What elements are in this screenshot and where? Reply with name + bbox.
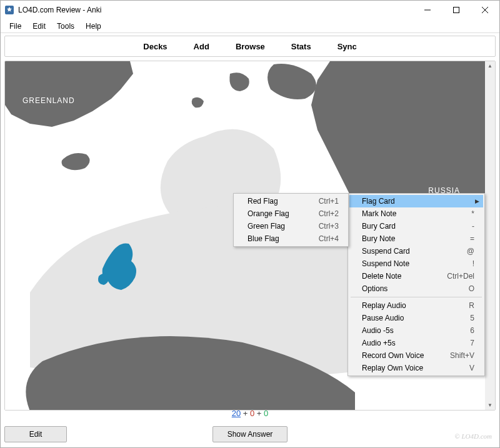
submenu-shortcut: Ctrl+1 bbox=[319, 197, 339, 206]
show-answer-button[interactable]: Show Answer bbox=[212, 426, 288, 442]
window-controls bbox=[413, 1, 499, 19]
stats-plus-1: + bbox=[243, 409, 248, 418]
context-menu-shortcut: * bbox=[471, 209, 474, 218]
context-menu-shortcut: 6 bbox=[470, 326, 474, 335]
app-icon bbox=[4, 5, 14, 15]
submenu-item-red-flag[interactable]: Red FlagCtrl+1 bbox=[235, 195, 348, 207]
stats-review: 0 bbox=[264, 409, 268, 418]
context-menu-label: Audio +5s bbox=[362, 339, 396, 347]
window-title: LO4D.com Review - Anki bbox=[18, 6, 101, 14]
minimize-button[interactable] bbox=[413, 1, 442, 19]
menu-help[interactable]: Help bbox=[81, 21, 106, 32]
submenu-shortcut: Ctrl+2 bbox=[319, 209, 339, 218]
context-menu-item-audio-5s[interactable]: Audio -5s6 bbox=[349, 324, 483, 337]
context-menu-label: Suspend Card bbox=[362, 247, 410, 256]
context-menu-shortcut: Shift+V bbox=[450, 351, 474, 360]
context-menu-item-options[interactable]: OptionsO bbox=[349, 282, 483, 295]
toolbar-add[interactable]: Add bbox=[189, 38, 214, 55]
toolbar: Decks Add Browse Stats Sync bbox=[4, 36, 496, 57]
menu-tools[interactable]: Tools bbox=[52, 21, 79, 32]
context-menu-item-replay-own-voice[interactable]: Replay Own VoiceV bbox=[349, 362, 483, 374]
submenu-shortcut: Ctrl+4 bbox=[319, 234, 339, 243]
menubar: File Edit Tools Help bbox=[1, 19, 499, 33]
context-menu-shortcut: 5 bbox=[470, 314, 474, 322]
context-menu-label: Flag Card bbox=[362, 197, 395, 206]
context-menu-label: Delete Note bbox=[362, 272, 401, 281]
context-menu-item-bury-note[interactable]: Bury Note= bbox=[349, 232, 483, 245]
titlebar: LO4D.com Review - Anki bbox=[1, 1, 499, 19]
context-menu-shortcut: = bbox=[470, 234, 474, 243]
context-menu: Flag Card▶Mark Note*Bury Card-Bury Note=… bbox=[348, 193, 485, 376]
context-menu-shortcut: Ctrl+Del bbox=[447, 272, 474, 281]
context-menu-shortcut: 7 bbox=[470, 339, 474, 347]
toolbar-sync[interactable]: Sync bbox=[332, 38, 362, 55]
context-menu-label: Record Own Voice bbox=[362, 351, 424, 360]
titlebar-left: LO4D.com Review - Anki bbox=[4, 5, 101, 15]
submenu-item-green-flag[interactable]: Green FlagCtrl+3 bbox=[235, 220, 348, 232]
toolbar-stats[interactable]: Stats bbox=[286, 38, 316, 55]
close-button[interactable] bbox=[471, 1, 499, 19]
submenu-label: Green Flag bbox=[248, 222, 285, 231]
context-menu-item-record-own-voice[interactable]: Record Own VoiceShift+V bbox=[349, 349, 483, 362]
submenu-arrow-icon: ▶ bbox=[475, 198, 479, 204]
toolbar-decks[interactable]: Decks bbox=[138, 38, 172, 55]
submenu-shortcut: Ctrl+3 bbox=[319, 222, 339, 231]
context-menu-item-pause-audio[interactable]: Pause Audio5 bbox=[349, 312, 483, 324]
context-menu-shortcut: @ bbox=[467, 247, 474, 256]
context-menu-item-bury-card[interactable]: Bury Card- bbox=[349, 220, 483, 232]
context-menu-shortcut: ! bbox=[472, 259, 474, 268]
context-menu-label: Bury Note bbox=[362, 234, 395, 243]
context-menu-label: Pause Audio bbox=[362, 314, 404, 322]
context-menu-item-suspend-note[interactable]: Suspend Note! bbox=[349, 257, 483, 270]
context-menu-item-replay-audio[interactable]: Replay AudioR bbox=[349, 299, 483, 312]
footer: Edit 20 + 0 + 0 Show Answer bbox=[4, 426, 496, 442]
context-menu-label: Suspend Note bbox=[362, 259, 409, 268]
stats-line: 20 + 0 + 0 bbox=[232, 409, 269, 418]
menu-edit[interactable]: Edit bbox=[28, 21, 51, 32]
stats-new: 20 bbox=[232, 409, 241, 418]
submenu-label: Red Flag bbox=[248, 197, 278, 206]
stats-learn: 0 bbox=[250, 409, 254, 418]
context-menu-label: Audio -5s bbox=[362, 326, 394, 335]
context-menu-label: Replay Own Voice bbox=[362, 364, 423, 372]
toolbar-browse[interactable]: Browse bbox=[231, 38, 270, 55]
context-menu-item-suspend-card[interactable]: Suspend Card@ bbox=[349, 245, 483, 257]
context-menu-item-delete-note[interactable]: Delete NoteCtrl+Del bbox=[349, 270, 483, 282]
context-menu-item-mark-note[interactable]: Mark Note* bbox=[349, 207, 483, 220]
scroll-down-icon[interactable]: ▼ bbox=[488, 402, 492, 408]
context-menu-shortcut: V bbox=[469, 364, 474, 372]
map-label-greenland: GREENLAND bbox=[22, 96, 75, 105]
context-menu-item-audio-5s[interactable]: Audio +5s7 bbox=[349, 337, 483, 349]
watermark: © LO4D.com bbox=[454, 432, 492, 440]
context-menu-label: Options bbox=[362, 284, 388, 293]
context-menu-label: Mark Note bbox=[362, 209, 396, 218]
submenu-label: Orange Flag bbox=[248, 209, 289, 218]
context-menu-shortcut: O bbox=[469, 284, 474, 293]
stats-plus-2: + bbox=[257, 409, 262, 418]
menu-file[interactable]: File bbox=[4, 21, 26, 32]
context-menu-shortcut: - bbox=[472, 222, 474, 231]
context-menu-shortcut: R bbox=[469, 301, 474, 310]
context-menu-label: Replay Audio bbox=[362, 301, 406, 310]
scroll-up-icon[interactable]: ▲ bbox=[488, 63, 492, 69]
svg-rect-2 bbox=[454, 7, 459, 13]
context-menu-label: Bury Card bbox=[362, 222, 396, 231]
edit-button[interactable]: Edit bbox=[4, 426, 67, 442]
submenu-label: Blue Flag bbox=[248, 234, 279, 243]
context-menu-item-flag-card[interactable]: Flag Card▶ bbox=[349, 195, 483, 207]
maximize-button[interactable] bbox=[442, 1, 471, 19]
context-menu-separator bbox=[351, 297, 482, 297]
scrollbar[interactable]: ▲ ▼ bbox=[485, 61, 495, 410]
submenu-item-blue-flag[interactable]: Blue FlagCtrl+4 bbox=[235, 232, 348, 245]
submenu-item-orange-flag[interactable]: Orange FlagCtrl+2 bbox=[235, 207, 348, 220]
flag-submenu: Red FlagCtrl+1Orange FlagCtrl+2Green Fla… bbox=[233, 193, 349, 247]
